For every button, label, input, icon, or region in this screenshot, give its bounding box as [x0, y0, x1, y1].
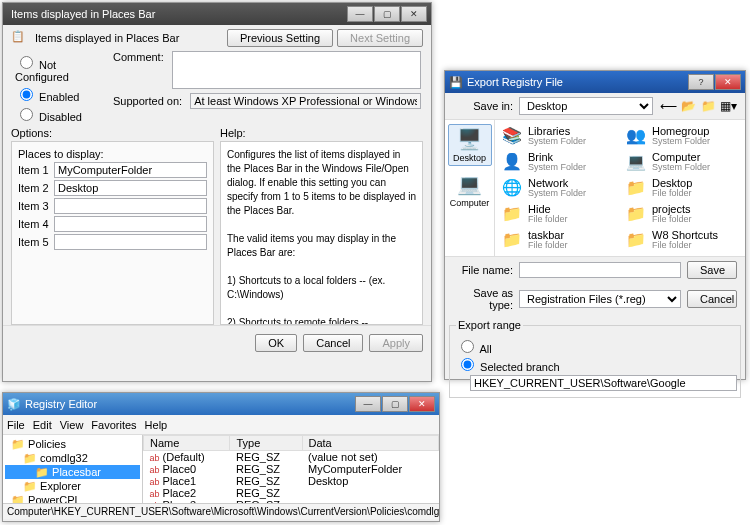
- export-range-label: Export range: [456, 319, 523, 331]
- cancel-button[interactable]: Cancel: [303, 334, 363, 352]
- item-5-input[interactable]: [54, 234, 207, 250]
- titlebar[interactable]: 💾 Export Registry File ? ✕: [445, 71, 745, 93]
- column-header[interactable]: Data: [302, 436, 439, 451]
- menu-help[interactable]: Help: [145, 419, 168, 431]
- maximize-button[interactable]: ▢: [374, 6, 400, 22]
- menubar: FileEditViewFavoritesHelp: [3, 415, 439, 435]
- table-row[interactable]: ab Place3REG_SZ: [144, 499, 439, 503]
- export-registry-window: 💾 Export Registry File ? ✕ Save in: Desk…: [444, 70, 746, 380]
- file-item[interactable]: 💻ComputerSystem Folder: [623, 150, 741, 174]
- file-item[interactable]: 🌐NetworkSystem Folder: [499, 176, 617, 200]
- places-computer[interactable]: 💻Computer: [448, 170, 492, 210]
- window-title: Registry Editor: [21, 398, 355, 410]
- table-row[interactable]: ab Place0REG_SZMyComputerFolder: [144, 463, 439, 475]
- savein-label: Save in:: [453, 100, 513, 112]
- tree-node[interactable]: 📁 comdlg32: [5, 451, 140, 465]
- comment-label: Comment:: [113, 51, 164, 89]
- window-title: Export Registry File: [463, 76, 688, 88]
- item-2-input[interactable]: [54, 180, 207, 196]
- close-button[interactable]: ✕: [401, 6, 427, 22]
- file-item[interactable]: 📚LibrariesSystem Folder: [499, 124, 617, 148]
- views-icon[interactable]: ▦▾: [719, 97, 737, 115]
- tree-node[interactable]: 📁 PowerCPL: [5, 493, 140, 503]
- item-label: Item 4: [18, 218, 50, 230]
- next-setting-button: Next Setting: [337, 29, 423, 47]
- menu-edit[interactable]: Edit: [33, 419, 52, 431]
- item-4-input[interactable]: [54, 216, 207, 232]
- file-item[interactable]: 📁DesktopFile folder: [623, 176, 741, 200]
- close-button[interactable]: ✕: [409, 396, 435, 412]
- supported-value: [190, 93, 421, 109]
- window-title: Items displayed in Places Bar: [7, 8, 347, 20]
- apply-button: Apply: [369, 334, 423, 352]
- registry-editor-window: 🧊 Registry Editor — ▢ ✕ FileEditViewFavo…: [2, 392, 440, 522]
- up-icon[interactable]: 📂: [679, 97, 697, 115]
- places-desktop[interactable]: 🖥️Desktop: [448, 124, 492, 166]
- options-label: Options:: [11, 125, 214, 141]
- maximize-button[interactable]: ▢: [382, 396, 408, 412]
- menu-favorites[interactable]: Favorites: [91, 419, 136, 431]
- column-header[interactable]: Type: [230, 436, 302, 451]
- regedit-icon: 🧊: [7, 398, 21, 411]
- column-header[interactable]: Name: [144, 436, 230, 451]
- values-list[interactable]: NameTypeData ab (Default)REG_SZ(value no…: [143, 435, 439, 503]
- branch-input[interactable]: [470, 375, 737, 391]
- item-label: Item 5: [18, 236, 50, 248]
- item-label: Item 2: [18, 182, 50, 194]
- tree-node[interactable]: 📁 Policies: [5, 437, 140, 451]
- file-item[interactable]: 📁W8 ShortcutsFile folder: [623, 228, 741, 252]
- export-range-fieldset: Export range All Selected branch: [449, 319, 741, 398]
- close-button[interactable]: ✕: [715, 74, 741, 90]
- status-bar: Computer\HKEY_CURRENT_USER\Software\Micr…: [3, 503, 439, 519]
- comment-textarea[interactable]: [172, 51, 421, 89]
- policy-editor-window: Items displayed in Places Bar — ▢ ✕ 📋 It…: [2, 2, 432, 382]
- tree-node[interactable]: 📁 Explorer: [5, 479, 140, 493]
- item-1-input[interactable]: [54, 162, 207, 178]
- save-button[interactable]: Save: [687, 261, 737, 279]
- ok-button[interactable]: OK: [255, 334, 297, 352]
- back-icon[interactable]: ⟵: [659, 97, 677, 115]
- radio-enabled[interactable]: Enabled: [15, 85, 91, 103]
- cancel-button[interactable]: Cancel: [687, 290, 737, 308]
- menu-view[interactable]: View: [60, 419, 84, 431]
- header-label: Items displayed in Places Bar: [35, 32, 179, 44]
- table-row[interactable]: ab (Default)REG_SZ(value not set): [144, 451, 439, 464]
- item-3-input[interactable]: [54, 198, 207, 214]
- file-item[interactable]: 👥HomegroupSystem Folder: [623, 124, 741, 148]
- tree-node[interactable]: 📁 Placesbar: [5, 465, 140, 479]
- file-item[interactable]: 📁projectsFile folder: [623, 202, 741, 226]
- saveastype-label: Save as type:: [453, 287, 513, 311]
- table-row[interactable]: ab Place1REG_SZDesktop: [144, 475, 439, 487]
- titlebar[interactable]: Items displayed in Places Bar — ▢ ✕: [3, 3, 431, 25]
- places-label: Places to display:: [18, 148, 207, 160]
- radio-all[interactable]: All: [456, 343, 492, 355]
- supported-label: Supported on:: [113, 95, 182, 107]
- titlebar[interactable]: 🧊 Registry Editor — ▢ ✕: [3, 393, 439, 415]
- tree-view[interactable]: 📁 Policies📁 comdlg32📁 Placesbar📁 Explore…: [3, 435, 143, 503]
- help-text[interactable]: Configures the list of items displayed i…: [220, 141, 423, 325]
- radio-not-configured[interactable]: Not Configured: [15, 53, 91, 83]
- table-row[interactable]: ab Place2REG_SZ: [144, 487, 439, 499]
- help-button[interactable]: ?: [688, 74, 714, 90]
- item-label: Item 3: [18, 200, 50, 212]
- file-item[interactable]: 👤BrinkSystem Folder: [499, 150, 617, 174]
- item-label: Item 1: [18, 164, 50, 176]
- help-label: Help:: [220, 125, 423, 141]
- filename-label: File name:: [453, 264, 513, 276]
- file-item[interactable]: 📁HideFile folder: [499, 202, 617, 226]
- menu-file[interactable]: File: [7, 419, 25, 431]
- savein-select[interactable]: Desktop: [519, 97, 653, 115]
- radio-disabled[interactable]: Disabled: [15, 105, 91, 123]
- file-item[interactable]: 📁taskbarFile folder: [499, 228, 617, 252]
- previous-setting-button[interactable]: Previous Setting: [227, 29, 333, 47]
- new-folder-icon[interactable]: 📁: [699, 97, 717, 115]
- filename-input[interactable]: [519, 262, 681, 278]
- minimize-button[interactable]: —: [347, 6, 373, 22]
- saveastype-select[interactable]: Registration Files (*.reg): [519, 290, 681, 308]
- policy-icon: 📋: [11, 30, 27, 46]
- minimize-button[interactable]: —: [355, 396, 381, 412]
- save-icon: 💾: [449, 76, 463, 89]
- radio-selected-branch[interactable]: Selected branch: [456, 361, 560, 373]
